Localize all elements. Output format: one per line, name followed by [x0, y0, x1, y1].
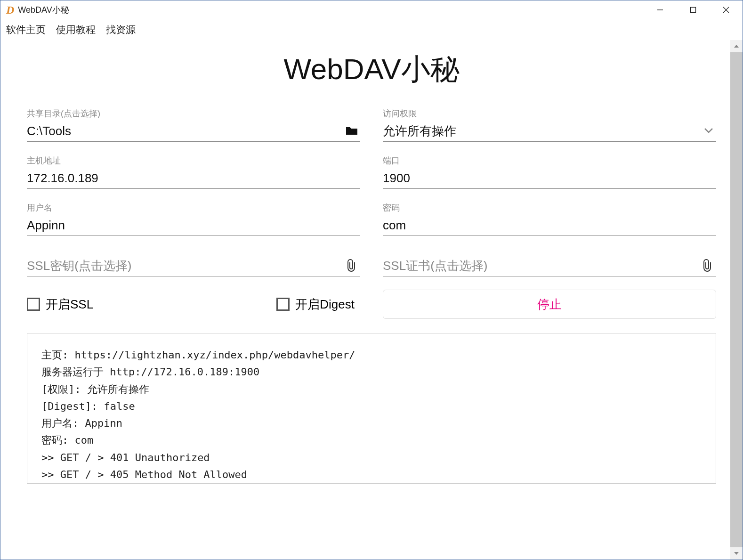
scrollbar-thumb[interactable]: [730, 52, 743, 547]
window-title: WebDAV小秘: [18, 4, 69, 16]
ssl-key-field[interactable]: [27, 249, 360, 276]
host-label: 主机地址: [27, 155, 360, 166]
password-input[interactable]: [383, 215, 716, 236]
username-field: 用户名: [27, 202, 360, 236]
share-dir-input[interactable]: [27, 121, 360, 142]
vertical-scrollbar[interactable]: [730, 40, 743, 560]
permission-label: 访问权限: [383, 108, 716, 119]
paperclip-icon[interactable]: [701, 259, 714, 272]
username-input[interactable]: [27, 215, 360, 236]
menubar: 软件主页 使用教程 找资源: [0, 19, 743, 40]
scroll-down-arrow-icon[interactable]: [730, 547, 743, 560]
scroll-up-arrow-icon[interactable]: [730, 40, 743, 52]
enable-ssl-checkbox[interactable]: 开启SSL: [27, 290, 93, 319]
port-input[interactable]: [383, 168, 716, 189]
log-output[interactable]: 主页: https://lightzhan.xyz/index.php/webd…: [27, 333, 716, 484]
enable-ssl-label: 开启SSL: [46, 296, 93, 313]
ssl-cert-field[interactable]: [383, 249, 716, 276]
svg-rect-1: [691, 8, 696, 13]
form-grid: 共享目录(点击选择) 访问权限 主机地址: [27, 108, 716, 319]
folder-icon[interactable]: [345, 124, 358, 137]
permission-field[interactable]: 访问权限: [383, 108, 716, 142]
username-label: 用户名: [27, 202, 360, 213]
menu-homepage[interactable]: 软件主页: [6, 23, 46, 36]
stop-button-wrap: 停止: [383, 290, 716, 319]
titlebar: D WebDAV小秘: [0, 0, 743, 19]
share-dir-label: 共享目录(点击选择): [27, 108, 360, 119]
minimize-button[interactable]: [644, 0, 677, 19]
stop-button[interactable]: 停止: [383, 290, 716, 319]
password-label: 密码: [383, 202, 716, 213]
paperclip-icon[interactable]: [345, 259, 358, 272]
menu-tutorial[interactable]: 使用教程: [56, 23, 96, 36]
ssl-cert-input[interactable]: [383, 249, 716, 276]
checkbox-box-icon: [27, 298, 40, 311]
permission-select[interactable]: [383, 121, 716, 142]
app-icon: D: [6, 4, 14, 16]
enable-digest-checkbox[interactable]: 开启Digest: [276, 290, 355, 319]
window-controls: [644, 0, 743, 19]
close-button[interactable]: [710, 0, 743, 19]
ssl-key-input[interactable]: [27, 249, 360, 276]
scroll-area: WebDAV小秘 共享目录(点击选择) 访问权限: [0, 40, 743, 560]
checkbox-box-icon: [276, 298, 290, 311]
checkbox-row: 开启SSL 开启Digest: [27, 290, 360, 319]
chevron-down-icon: [704, 127, 713, 135]
content: WebDAV小秘 共享目录(点击选择) 访问权限: [0, 49, 743, 560]
port-field: 端口: [383, 155, 716, 189]
password-field: 密码: [383, 202, 716, 236]
menu-resources[interactable]: 找资源: [106, 23, 136, 36]
page-title: WebDAV小秘: [27, 49, 716, 89]
host-field: 主机地址: [27, 155, 360, 189]
port-label: 端口: [383, 155, 716, 166]
app-window: D WebDAV小秘 软件主页 使用教程 找资源 WebDAV小秘 共享: [0, 0, 743, 560]
maximize-button[interactable]: [677, 0, 710, 19]
share-dir-field[interactable]: 共享目录(点击选择): [27, 108, 360, 142]
host-input[interactable]: [27, 168, 360, 189]
enable-digest-label: 开启Digest: [295, 296, 355, 313]
